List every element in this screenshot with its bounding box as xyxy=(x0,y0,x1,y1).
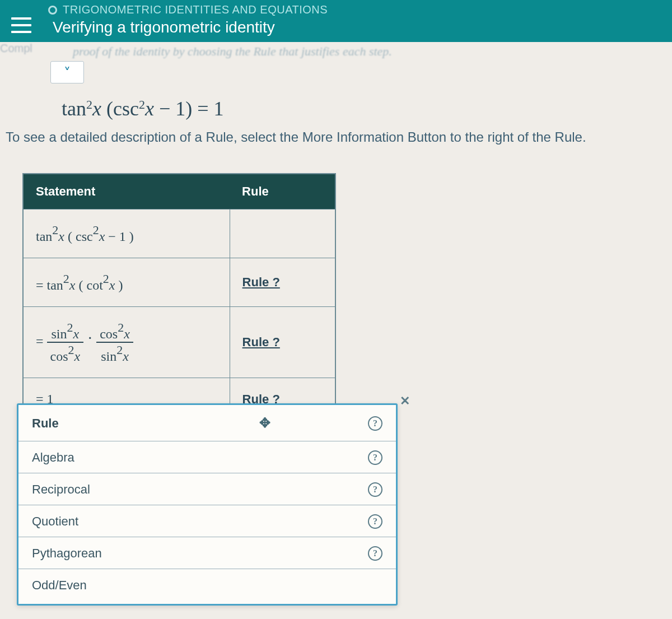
col-statement: Statement xyxy=(23,174,230,210)
app-header: TRIGONOMETRIC IDENTITIES AND EQUATIONS V… xyxy=(0,0,672,42)
step-dropdown[interactable]: ˅ xyxy=(50,61,84,83)
info-icon[interactable]: ? xyxy=(368,514,382,529)
rule-popup: ✕ Rule ✥ ? Algebra ? Reciprocal ? Quotie… xyxy=(17,403,398,606)
popup-title: Rule xyxy=(32,416,59,431)
truncated-instruction: proof of the identity by choosing the Ru… xyxy=(6,44,666,59)
statement-cell: tan2x ( csc2x − 1 ) xyxy=(23,210,230,258)
chevron-down-icon: ˅ xyxy=(64,65,71,80)
rule-option-label: Algebra xyxy=(32,450,74,465)
info-icon[interactable]: ? xyxy=(368,482,382,497)
rule-instruction: To see a detailed description of a Rule,… xyxy=(0,126,672,173)
table-header-row: Statement Rule xyxy=(23,174,335,210)
close-icon[interactable]: ✕ xyxy=(397,394,413,409)
popup-title-row: Rule ✥ ? xyxy=(18,405,396,441)
rule-option-label: Reciprocal xyxy=(32,482,90,497)
proof-table: Statement Rule tan2x ( csc2x − 1 ) = tan… xyxy=(22,173,336,421)
statement-cell: = sin2xcos2x·cos2xsin2x xyxy=(23,307,230,378)
page-title: Verifying a trigonometric identity xyxy=(53,18,328,36)
rule-option-reciprocal[interactable]: Reciprocal ? xyxy=(18,473,396,505)
info-icon[interactable]: ? xyxy=(368,450,382,465)
rule-select[interactable]: Rule ? xyxy=(230,307,335,378)
table-row: tan2x ( csc2x − 1 ) xyxy=(23,210,335,258)
rule-option-label: Pythagorean xyxy=(32,546,102,561)
rule-option-quotient[interactable]: Quotient ? xyxy=(18,505,396,537)
rule-option-label: Odd/Even xyxy=(32,578,87,593)
rule-option-label: Quotient xyxy=(32,514,78,529)
info-icon[interactable]: ? xyxy=(368,546,382,561)
header-titles: TRIGONOMETRIC IDENTITIES AND EQUATIONS V… xyxy=(48,3,328,36)
breadcrumb: TRIGONOMETRIC IDENTITIES AND EQUATIONS xyxy=(63,3,328,16)
rule-option-algebra[interactable]: Algebra ? xyxy=(18,441,396,473)
statement-cell: = tan2x ( cot2x ) xyxy=(23,258,230,307)
rule-option-pythagorean[interactable]: Pythagorean ? xyxy=(18,537,396,569)
identity-equation: tan2x (csc2x − 1) = 1 xyxy=(0,95,672,126)
breadcrumb-bullet-icon xyxy=(48,6,57,15)
rule-cell-empty xyxy=(230,210,335,258)
move-icon[interactable]: ✥ xyxy=(259,415,270,431)
instruction-partial: Compl proof of the identity by choosing … xyxy=(0,42,672,95)
rule-select[interactable]: Rule ? xyxy=(230,258,335,307)
info-icon[interactable]: ? xyxy=(368,416,382,431)
table-row: = tan2x ( cot2x ) Rule ? xyxy=(23,258,335,307)
menu-icon[interactable] xyxy=(11,17,31,33)
rule-option-oddeven[interactable]: Odd/Even xyxy=(18,569,396,601)
table-row: = sin2xcos2x·cos2xsin2x Rule ? xyxy=(23,307,335,378)
col-rule: Rule xyxy=(230,174,335,210)
